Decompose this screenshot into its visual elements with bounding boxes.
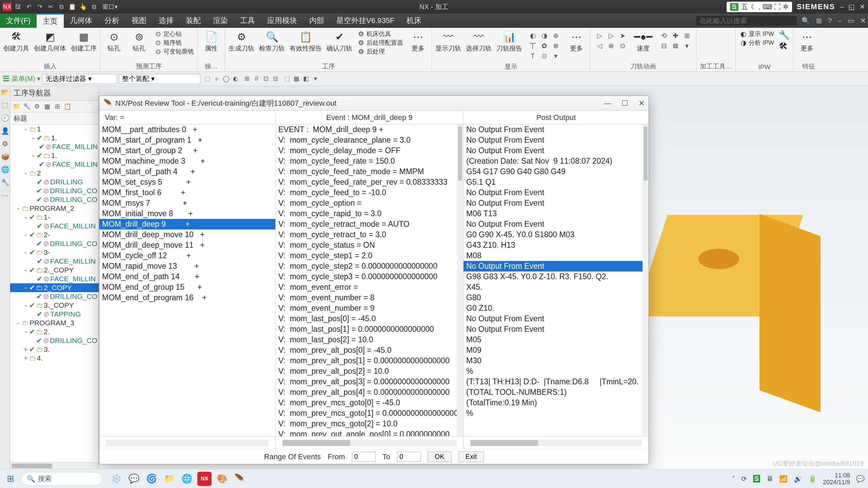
explorer-icon[interactable]: 📁 xyxy=(162,472,176,486)
list-line[interactable]: V: mom_cycle_feed_to = -10.0 xyxy=(276,187,463,198)
tree-row[interactable]: -🗀PROGRAM_3 xyxy=(10,319,99,327)
sogou-tray-icon[interactable]: S xyxy=(753,475,760,483)
play-icon[interactable]: ▷ xyxy=(595,31,604,40)
notification-icon[interactable]: 💬 xyxy=(856,475,865,483)
list-line[interactable]: % xyxy=(463,408,649,419)
list-line[interactable]: V: mom_cycle_step1 = 2.0 xyxy=(276,250,463,261)
speed-slider[interactable]: ━●━速度 xyxy=(633,30,653,53)
browser360-icon[interactable]: 🌀 xyxy=(144,472,159,486)
stop-icon[interactable]: ⊗ xyxy=(607,41,615,50)
dlg-close-icon[interactable]: ✕ xyxy=(638,99,645,108)
list-line[interactable]: V: mom_prev_alt_pos[4] = 0.0000000000000… xyxy=(276,387,463,398)
sync-icon[interactable]: ⟳ xyxy=(741,475,747,483)
list-line[interactable]: MOM_first_tool 6 + xyxy=(99,187,275,198)
prev-icon[interactable]: ◁ xyxy=(595,41,604,50)
list-line[interactable]: MOM_drill_deep_move 10 + xyxy=(99,229,275,240)
weather-icon[interactable]: ❄️ xyxy=(109,472,123,486)
list-line[interactable]: V: mom_prev_mcs_goto[0] = -45.0 xyxy=(276,398,463,408)
help-icon[interactable]: ? xyxy=(826,17,834,25)
list-line[interactable]: MOM_machine_mode 3 + xyxy=(99,156,275,166)
tree-row[interactable]: +✔🗀3. xyxy=(10,345,99,354)
list-line[interactable]: M06 T13 xyxy=(463,208,649,219)
list-line[interactable]: V: mom_last_pos[1] = 0.0000000000000000 xyxy=(276,324,463,334)
history-icon[interactable]: 🕘 xyxy=(1,114,9,122)
ribbon-选择刀轨[interactable]: 〰选择刀轨 xyxy=(466,30,492,53)
list-line[interactable]: MOM_drill_deep 9 + xyxy=(99,219,275,229)
list-line[interactable]: V: mom_prev_alt_pos[1] = 0.0000000000000… xyxy=(276,355,463,366)
list-line[interactable]: No Output From Event xyxy=(463,135,649,145)
tree-row[interactable]: -🗀PROGRAM_2 xyxy=(10,204,99,213)
search-icon[interactable]: 🔍 xyxy=(800,17,812,25)
tree-row[interactable]: -✔🗀2._COPY xyxy=(10,266,99,274)
tree-row[interactable]: ✔⊘DRILLING_CO xyxy=(10,195,99,204)
list-line[interactable]: V: mom_cycle_feed_rate_mode = MMPM xyxy=(276,166,463,177)
list-line[interactable]: V: mom_prev_out_angle_pos[0] = 0.0000000… xyxy=(276,429,463,436)
list-line[interactable]: V: mom_cycle_rapid_to = 3.0 xyxy=(276,208,463,219)
list-line[interactable]: V: mom_cycle_feed_rate = 150.0 xyxy=(276,156,463,166)
menu-选择[interactable]: 选择 xyxy=(153,14,180,28)
list-line[interactable]: MOM_start_of_group 2 + xyxy=(99,145,275,156)
ribbon-创建几何体[interactable]: ◩创建几何体 xyxy=(34,30,66,53)
menu-几何体[interactable]: 几何体 xyxy=(64,14,98,28)
tree-row[interactable]: -✔🗀2- xyxy=(10,230,99,239)
analyze-ipw[interactable]: ◑分析 IPW xyxy=(739,39,774,47)
list-line[interactable]: MOM_start_of_path 4 + xyxy=(99,166,275,177)
save-icon[interactable]: 🖫 xyxy=(14,2,22,11)
list-line[interactable]: V: mom_event_number = 8 xyxy=(276,292,463,303)
operation-tree[interactable]: -🗀1-✔🗀1.✔⊘FACE_MILLIN-✔🗀1.✔⊘FACE_MILLIN-… xyxy=(10,125,99,462)
tree-row[interactable]: -✔🗀1- xyxy=(10,213,99,222)
monitor-icon[interactable]: 🖥 xyxy=(766,475,773,483)
close-icon[interactable]: ✕ xyxy=(860,3,865,11)
menu-工具[interactable]: 工具 xyxy=(234,14,261,28)
more-button-2[interactable]: ⋯更多 xyxy=(566,30,587,53)
menu-装配[interactable]: 装配 xyxy=(180,14,207,28)
list-line[interactable]: G0 Z10. xyxy=(463,303,649,313)
list-line[interactable]: G98 G83 X-45. Y0.0 Z-10. R3. F150. Q2. xyxy=(463,271,649,282)
menu-内部[interactable]: 内部 xyxy=(303,14,330,28)
ribbon-显示刀轨[interactable]: 〰显示刀轨 xyxy=(435,30,461,53)
menu-机床[interactable]: 机床 xyxy=(400,14,428,28)
tree-row[interactable]: ✔⊘DRILLING_CO xyxy=(10,239,99,248)
list-line[interactable]: V: mom_prev_alt_pos[0] = -45.0 xyxy=(276,345,463,355)
feather-app-icon[interactable]: 🪶 xyxy=(233,472,247,486)
list-line[interactable]: MOM_cycle_off 12 + xyxy=(99,250,275,261)
filter-select-2[interactable]: 整个装配 ▾ xyxy=(119,74,200,84)
list-line[interactable]: V: mom_last_pos[0] = -45.0 xyxy=(276,313,463,324)
chevron-up-icon[interactable]: ˄ xyxy=(732,475,735,483)
menu-视图[interactable]: 视图 xyxy=(125,14,153,28)
ribbon-属性[interactable]: 📄属性 xyxy=(201,30,221,53)
list-line[interactable]: (Creation Date: Sat Nov 9 11:08:07 2024) xyxy=(463,156,649,166)
paste-icon[interactable]: 📋 xyxy=(68,2,77,11)
list-line[interactable]: MOM__part_attributes 0 + xyxy=(99,124,275,135)
nav-icon[interactable]: 📂 xyxy=(1,88,9,96)
rec-icon[interactable]: ⊙ xyxy=(618,41,627,50)
min2-icon[interactable]: – xyxy=(836,17,844,25)
cut-icon[interactable]: ✂ xyxy=(46,2,55,11)
tree-row[interactable]: -✔🗀2_COPY xyxy=(10,283,99,292)
taskbar-search[interactable]: 🔍 搜索 xyxy=(21,472,102,486)
h-scrollbar[interactable] xyxy=(10,462,99,469)
output-list[interactable]: No Output From EventNo Output From Event… xyxy=(463,124,649,436)
edge-icon[interactable]: 🌐 xyxy=(180,472,194,486)
list-line[interactable]: No Output From Event xyxy=(463,313,649,324)
list-line[interactable]: (T:T13| TH:H13| D:D- |Tname:D6.8 |TminL=… xyxy=(463,377,649,387)
list-line[interactable]: V: mom_cycle_step3 = 0.0000000000000000 xyxy=(276,271,463,282)
list-line[interactable]: (TOTAL TOOL-NUMBERS:1) xyxy=(463,387,649,398)
play2-icon[interactable]: ▷ xyxy=(607,31,615,40)
range-to-input[interactable] xyxy=(397,452,421,462)
tree-row[interactable]: ✔⊘DRILLING xyxy=(10,178,99,186)
clock[interactable]: 11:082024/11/9 xyxy=(823,472,850,486)
browser-icon[interactable]: 🌐 xyxy=(1,165,9,174)
ribbon-钻孔[interactable]: ⊚钻孔 xyxy=(129,30,149,53)
list-line[interactable]: No Output From Event xyxy=(463,219,649,229)
close2-icon[interactable]: ✕ xyxy=(858,17,868,25)
list-line[interactable]: G0 G90 X-45. Y0.0 S1800 M03 xyxy=(463,229,649,240)
list-line[interactable]: G43 Z10. H13 xyxy=(463,240,649,250)
window-switch-icon[interactable]: ⧉ xyxy=(90,2,98,11)
list-line[interactable]: MOM_drill_deep_move 11 + xyxy=(99,240,275,250)
list-line[interactable]: V: mom_last_pos[2] = 10.0 xyxy=(276,334,463,345)
list-line[interactable]: X45. xyxy=(463,282,649,292)
start-button[interactable]: ⊞ xyxy=(3,472,18,486)
list-line[interactable]: V: mom_prev_mcs_goto[1] = 0.000000000000… xyxy=(276,408,463,419)
undo-icon[interactable]: ↶ xyxy=(24,2,33,11)
